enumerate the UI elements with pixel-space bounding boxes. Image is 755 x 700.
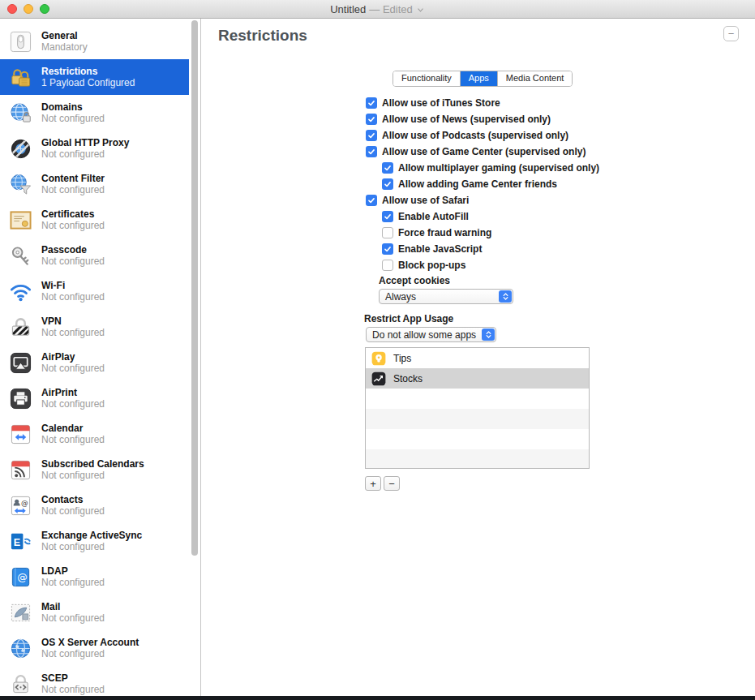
payload-label: LDAP <box>41 565 105 577</box>
checkbox-row-allow-adding-game-center-friends[interactable]: Allow adding Game Center friends <box>382 176 599 192</box>
checkbox-row-allow-use-of-safari[interactable]: Allow use of Safari <box>366 192 599 208</box>
sidebar-item-restrictions[interactable]: Restrictions 1 Payload Configured <box>0 59 189 95</box>
sidebar-item-certificates[interactable]: Certificates Not configured <box>0 202 189 238</box>
sidebar-item-os-x-server-account[interactable]: OS X Server Account Not configured <box>0 630 189 666</box>
app-row-tips[interactable]: Tips <box>366 348 589 368</box>
checkbox[interactable] <box>382 260 393 271</box>
checkbox[interactable] <box>366 114 377 125</box>
passcode-icon <box>10 245 32 267</box>
checkbox[interactable] <box>366 130 377 141</box>
payload-status: 1 Payload Configured <box>41 77 135 88</box>
sidebar-item-wi-fi[interactable]: Wi-Fi Not configured <box>0 273 189 309</box>
app-list-empty-row[interactable] <box>366 429 589 449</box>
checkbox-label: Allow use of Safari <box>382 195 469 206</box>
checkbox-label: Allow use of News (supervised only) <box>382 114 551 125</box>
traffic-lights <box>7 4 49 14</box>
sidebar-item-general[interactable]: General Mandatory <box>0 24 189 59</box>
payload-status: Not configured <box>41 505 105 517</box>
sidebar-item-passcode[interactable]: Passcode Not configured <box>0 238 189 273</box>
payload-status: Not configured <box>41 577 105 588</box>
checkbox[interactable] <box>382 243 393 255</box>
window-bottom-edge <box>0 696 755 700</box>
sidebar-item-global-http-proxy[interactable]: Global HTTP Proxy Not configured <box>0 131 189 166</box>
document-edited-status: — Edited <box>369 3 412 15</box>
calendar-icon <box>10 423 32 445</box>
checkbox[interactable] <box>382 178 393 190</box>
tab-apps[interactable]: Apps <box>461 71 498 86</box>
payload-status: Not configured <box>41 541 142 552</box>
app-list-empty-row[interactable] <box>366 409 589 429</box>
checkbox[interactable] <box>366 195 377 206</box>
global-http-proxy-icon <box>10 138 32 160</box>
mail-icon <box>10 602 32 624</box>
remove-app-button[interactable]: − <box>384 476 400 491</box>
payload-status: Not configured <box>41 113 105 124</box>
checkbox-row-allow-multiplayer-gaming-supervised-only[interactable]: Allow multiplayer gaming (supervised onl… <box>382 160 599 176</box>
minimize-button[interactable] <box>24 4 33 14</box>
ldap-icon <box>10 566 32 588</box>
checkbox-row-allow-use-of-itunes-store[interactable]: Allow use of iTunes Store <box>366 95 599 111</box>
checkbox-row-allow-use-of-news-supervised-only[interactable]: Allow use of News (supervised only) <box>366 111 599 127</box>
checkbox-label: Enable AutoFill <box>398 211 469 222</box>
checkbox[interactable] <box>366 146 377 157</box>
checkbox-row-force-fraud-warning[interactable]: Force fraud warning <box>382 225 599 241</box>
app-list-buttons: + − <box>365 476 400 491</box>
app-list-empty-row[interactable] <box>366 389 589 409</box>
check-icon <box>367 148 375 156</box>
payload-label: AirPrint <box>41 387 105 398</box>
payload-label: General <box>41 30 88 41</box>
chevron-down-icon[interactable] <box>416 6 425 15</box>
tab-functionality[interactable]: Functionality <box>393 71 461 86</box>
payload-status: Not configured <box>41 220 105 231</box>
contacts-icon <box>10 495 32 517</box>
sidebar-item-airprint[interactable]: AirPrint Not configured <box>0 380 189 416</box>
sidebar-item-ldap[interactable]: LDAP Not configured <box>0 559 189 595</box>
airprint-icon <box>10 388 32 410</box>
payload-status: Not configured <box>41 684 105 695</box>
collapse-payload-button[interactable]: − <box>723 26 739 41</box>
checkbox[interactable] <box>366 97 377 109</box>
tab-label: Media Content <box>506 73 564 83</box>
checkbox[interactable] <box>382 211 393 222</box>
sidebar-scrollbar-thumb[interactable] <box>191 20 198 556</box>
close-button[interactable] <box>7 4 17 14</box>
checkbox-row-block-pop-ups[interactable]: Block pop-ups <box>382 257 599 273</box>
checkbox-row-enable-autofill[interactable]: Enable AutoFill <box>382 208 599 225</box>
accept-cookies-select[interactable]: Always <box>379 289 513 304</box>
app-row-stocks[interactable]: Stocks <box>366 368 589 389</box>
sidebar-item-domains[interactable]: Domains Not configured <box>0 95 189 131</box>
checkbox-row-enable-javascript[interactable]: Enable JavaScript <box>382 241 599 257</box>
add-app-button[interactable]: + <box>365 476 381 491</box>
check-icon <box>384 180 392 188</box>
zoom-button[interactable] <box>40 4 49 14</box>
checkbox[interactable] <box>382 227 393 238</box>
sidebar-item-subscribed-calendars[interactable]: Subscribed Calendars Not configured <box>0 452 189 487</box>
payload-status: Not configured <box>41 291 105 303</box>
payload-status: Not configured <box>41 327 105 338</box>
app-name: Stocks <box>393 373 423 384</box>
checkbox-row-allow-use-of-game-center-supervised-only[interactable]: Allow use of Game Center (supervised onl… <box>366 144 599 160</box>
checkbox-label: Allow use of Podcasts (supervised only) <box>382 130 568 141</box>
payload-status: Not configured <box>41 470 144 481</box>
app-list-empty-row[interactable] <box>366 449 589 469</box>
restrict-app-usage-select[interactable]: Do not allow some apps <box>366 327 496 342</box>
payload-label: SCEP <box>41 672 105 684</box>
sidebar-item-exchange-activesync[interactable]: Exchange ActiveSync Not configured <box>0 523 189 559</box>
tab-label: Functionality <box>401 73 452 83</box>
restrictions-tabs: Functionality Apps Media Content <box>393 71 573 87</box>
sidebar-item-calendar[interactable]: Calendar Not configured <box>0 416 189 452</box>
payload-status: Not configured <box>41 612 105 624</box>
sidebar-item-airplay[interactable]: AirPlay Not configured <box>0 345 189 380</box>
payload-label: OS X Server Account <box>41 637 139 648</box>
sidebar-item-vpn[interactable]: VPN Not configured <box>0 309 189 345</box>
sidebar-item-content-filter[interactable]: Content Filter Not configured <box>0 166 189 202</box>
checkbox-row-allow-use-of-podcasts-supervised-only[interactable]: Allow use of Podcasts (supervised only) <box>366 127 599 144</box>
sidebar-item-contacts[interactable]: Contacts Not configured <box>0 487 189 523</box>
page-title: Restrictions <box>218 27 307 45</box>
payload-sidebar: General Mandatory Restrictions 1 Payload… <box>0 19 201 697</box>
sidebar-item-scep[interactable]: SCEP Not configured <box>0 666 189 697</box>
checkbox[interactable] <box>382 162 393 174</box>
tab-media-content[interactable]: Media Content <box>498 71 573 86</box>
sidebar-item-mail[interactable]: Mail Not configured <box>0 595 189 630</box>
payload-label: Subscribed Calendars <box>41 458 144 470</box>
